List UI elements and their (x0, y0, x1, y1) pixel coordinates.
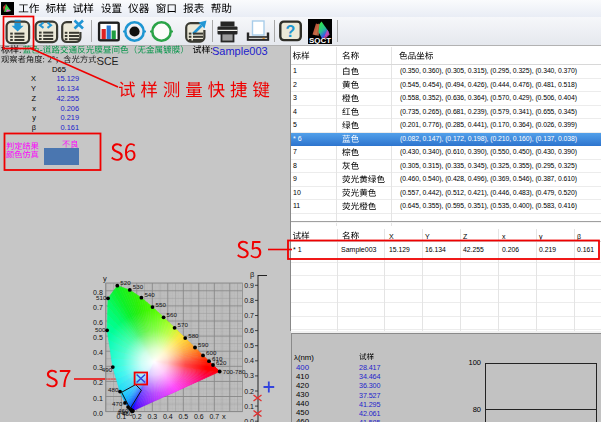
svg-text:SQCT: SQCT (309, 36, 331, 44)
svg-text:?: ? (286, 23, 296, 40)
